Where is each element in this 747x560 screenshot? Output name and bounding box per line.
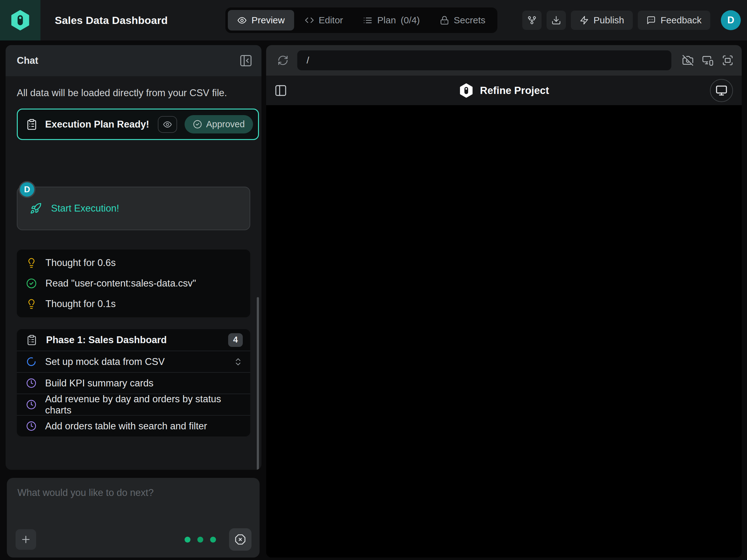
view-tabs: Preview Editor Plan (0/4) <box>225 7 497 33</box>
loading-dot <box>197 537 203 542</box>
activity-text: Read "user-content:sales-data.csv" <box>46 278 196 289</box>
eye-icon <box>237 16 247 25</box>
lock-icon <box>440 16 449 25</box>
sidebar-toggle-button[interactable] <box>274 84 287 97</box>
display-mode-button[interactable] <box>710 79 733 102</box>
preview-app-brand: Refine Project <box>459 83 549 98</box>
tab-label: Plan <box>377 15 396 26</box>
clock-icon <box>26 421 36 431</box>
responsive-devices-button[interactable] <box>702 54 714 66</box>
fullscreen-icon <box>722 54 733 66</box>
execution-plan-title: Execution Plan Ready! <box>45 119 149 130</box>
task-row[interactable]: Set up mock data from CSV <box>17 351 250 372</box>
tab-secrets[interactable]: Secrets <box>431 10 495 30</box>
check-circle-icon <box>193 120 202 129</box>
check-circle-icon <box>26 278 37 289</box>
zap-icon <box>579 16 589 25</box>
status-badge: Approved <box>185 115 253 133</box>
preview-app-bar: Refine Project <box>266 76 742 105</box>
rocket-icon <box>30 203 42 214</box>
loading-dot <box>185 537 190 542</box>
panel-left-icon <box>274 84 287 97</box>
header-actions: Publish Feedback D <box>522 0 741 41</box>
phase-header: Phase 1: Sales Dashboard 4 <box>17 329 250 351</box>
monitor-icon <box>716 85 727 97</box>
fullscreen-button[interactable] <box>722 54 733 66</box>
activity-row: Thought for 0.6s <box>17 252 250 273</box>
code-icon <box>305 16 314 25</box>
chat-message-list: All data will be loaded directly from yo… <box>6 76 261 470</box>
composer-toolbar <box>16 528 252 551</box>
phase-plan-card: Phase 1: Sales Dashboard 4 Set up mock d… <box>17 329 250 436</box>
activity-row: Read "user-content:sales-data.csv" <box>17 273 250 294</box>
activity-row: Thought for 0.1s <box>17 294 250 314</box>
task-row[interactable]: Add orders table with search and filter <box>17 415 250 436</box>
download-button[interactable] <box>546 10 566 30</box>
refresh-button[interactable] <box>277 55 288 66</box>
page-title: Sales Data Dashboard <box>55 0 168 41</box>
task-count-badge: 4 <box>228 333 243 347</box>
chat-composer <box>7 478 260 558</box>
lightbulb-icon <box>26 258 37 268</box>
feedback-button[interactable]: Feedback <box>638 10 710 30</box>
tab-label: Preview <box>252 15 285 26</box>
lightbulb-icon <box>26 299 37 309</box>
hexagon-logo-icon <box>10 9 31 31</box>
tab-editor[interactable]: Editor <box>295 10 352 30</box>
spinner-icon <box>26 356 36 367</box>
browser-bar <box>266 45 742 76</box>
git-fork-button[interactable] <box>522 10 542 30</box>
attach-button[interactable] <box>16 529 36 550</box>
chat-header: Chat <box>6 45 261 76</box>
activity-text: Thought for 0.6s <box>46 257 116 268</box>
execution-plan-card: Execution Plan Ready! Approved <box>17 109 259 140</box>
view-plan-button[interactable] <box>158 116 177 133</box>
task-text: Build KPI summary cards <box>45 378 153 389</box>
camera-off-button[interactable] <box>682 54 694 66</box>
activity-log-card: Thought for 0.6s Read "user-content:sale… <box>17 249 250 317</box>
chat-input[interactable] <box>7 478 260 525</box>
publish-label: Publish <box>594 15 624 26</box>
user-message-card: D Start Execution! <box>17 187 250 230</box>
stop-button[interactable] <box>229 528 252 551</box>
feedback-label: Feedback <box>661 15 701 26</box>
clipboard-list-icon <box>26 118 38 130</box>
tab-plan[interactable]: Plan (0/4) <box>354 10 429 30</box>
avatar: D <box>19 181 35 198</box>
activity-text: Thought for 0.1s <box>46 298 116 310</box>
task-row[interactable]: Add revenue by day and orders by status … <box>17 394 250 415</box>
hexagon-logo-icon <box>459 83 474 98</box>
plus-icon <box>20 534 31 545</box>
list-icon <box>363 16 372 25</box>
tab-label: Secrets <box>454 15 486 26</box>
task-row[interactable]: Build KPI summary cards <box>17 372 250 394</box>
camera-off-icon <box>682 54 694 66</box>
working-indicator <box>185 537 216 542</box>
collapse-panel-button[interactable] <box>239 54 253 68</box>
message-dots-icon <box>646 16 656 25</box>
panel-left-close-icon <box>239 54 253 68</box>
tab-preview[interactable]: Preview <box>228 10 294 30</box>
refresh-icon <box>277 55 288 66</box>
tab-plan-count: (0/4) <box>401 15 420 26</box>
preview-panel: Refine Project <box>266 45 742 558</box>
publish-button[interactable]: Publish <box>571 10 633 30</box>
chat-title: Chat <box>17 55 38 66</box>
eye-icon <box>163 120 172 129</box>
url-input[interactable] <box>297 50 671 70</box>
clock-icon <box>26 399 36 410</box>
preview-app-content <box>266 105 742 558</box>
download-icon <box>551 15 561 25</box>
app-logo[interactable] <box>0 0 41 41</box>
scrollbar-thumb[interactable] <box>257 297 259 470</box>
task-text: Add orders table with search and filter <box>45 421 207 432</box>
user-avatar[interactable]: D <box>721 10 741 30</box>
monitor-smartphone-icon <box>702 54 714 66</box>
loading-dot <box>210 537 216 542</box>
browser-toolbar-icons <box>682 54 733 66</box>
app-header: Sales Data Dashboard Preview Editor <box>0 0 747 41</box>
task-text: Add revenue by day and orders by status … <box>45 394 243 416</box>
chevrons-up-down-icon[interactable] <box>233 357 243 367</box>
octagon-x-icon <box>235 534 246 545</box>
chat-panel: Chat All data will be loaded directly fr… <box>6 45 261 470</box>
